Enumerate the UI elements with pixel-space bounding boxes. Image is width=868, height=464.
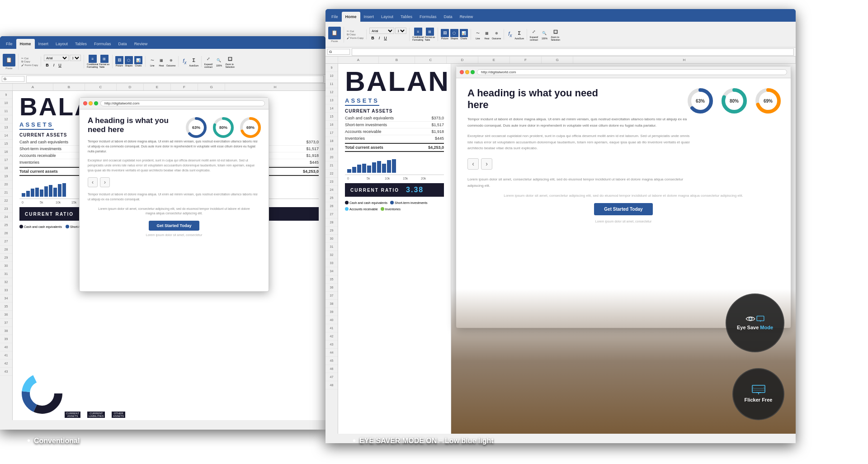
right-tab-review[interactable]: Review [456,12,477,22]
italic-btn[interactable]: I [52,62,56,68]
left-browser-titlebar: http://digitalworld.com [80,98,269,109]
left-browser-text1: Tempor incidunt ut labore et dolore magn… [88,139,260,154]
right-footer-text: Lorem ipsum dolor sit amet, consectetur … [467,193,779,199]
line-btn[interactable]: 〜 Line [148,56,156,67]
right-tab-insert[interactable]: Insert [360,12,378,22]
conditional-formatting-btn[interactable]: ≡ ConditionalFormatting [87,55,98,68]
right-italic-btn[interactable]: I [377,35,382,41]
right-font-group: Arial 11 B I U [369,28,410,41]
svg-rect-2 [31,189,34,197]
cut-btn[interactable]: ✂ Cut [21,57,38,60]
right-col-headers: A B C D E F G H [326,57,796,64]
font-size-select[interactable]: 11 [70,55,81,61]
font-family-select[interactable]: Arial [44,55,69,61]
tab-insert[interactable]: Insert [35,39,52,49]
right-tab-file[interactable]: File [328,12,342,22]
right-charts-btn[interactable]: 📊 Charts [460,29,468,40]
right-next-arrow[interactable]: › [481,158,492,170]
right-shapes-btn[interactable]: ⬡ Shapes [450,29,458,40]
tab-formulas[interactable]: Formulas [90,39,115,49]
right-name-box[interactable]: G [327,49,350,55]
zoom-percent[interactable]: 🔍 100% [215,56,223,67]
right-bold-btn[interactable]: B [369,35,376,41]
tab-tables[interactable]: Tables [71,39,90,49]
heat-btn[interactable]: ▦ Heat [157,56,165,67]
picture-btn[interactable]: 🖼 Picture [115,56,123,67]
svg-rect-26 [382,164,386,173]
left-col-headers: A B C D E F G H [0,84,326,91]
right-expand-btn[interactable]: ⤢ Expand/contract [530,28,538,41]
paste-btn[interactable]: 📋 [3,54,15,66]
right-current-assets-heading: CURRENT ASSETS [345,109,444,114]
left-cta-button[interactable]: Get Started Today [149,221,200,231]
tab-file[interactable]: File [2,39,16,49]
right-sheet-area: 9 10 11 12 13 14 15 16 17 18 19 20 21 22… [326,64,796,434]
monitor-left: File Home Insert Layout Tables Formulas … [0,36,326,430]
right-heat-btn[interactable]: ▦ Heat [483,29,491,40]
right-format-painter-btn[interactable]: 🖌 Form Copy [347,37,363,39]
right-asset-row-total: Total current assets$4,253,0 [345,143,444,152]
left-formula-input[interactable] [26,76,324,83]
sum-btn[interactable]: Σ AutoSum [189,56,202,67]
right-browser-titlebar: http://digitalworld.com [456,66,791,78]
left-browser-address[interactable]: http://digitalworld.com [100,100,265,106]
tab-home[interactable]: Home [16,39,35,49]
tab-layout[interactable]: Layout [52,39,71,49]
right-function-group: 〜 Line ▦ Heat ⊕ Outcome [474,29,504,40]
left-next-arrow[interactable]: › [100,177,110,187]
right-underline-btn[interactable]: U [382,35,388,41]
right-cut-btn[interactable]: ✂ Cut [347,29,363,33]
right-font-family-select[interactable]: Arial [369,28,394,34]
right-paste-group: 📋 Paste [328,27,344,43]
left-ribbon: File Home Insert Layout Tables Formulas … [0,36,326,75]
right-asset-row-cash: Cash and cash equivalents$373,0 [345,115,444,122]
tab-data[interactable]: Data [115,39,131,49]
right-formula-bar: G [326,47,796,57]
left-donut-1: 63% [185,116,208,139]
right-ribbon-tabs: File Home Insert Layout Tables Formulas … [326,9,796,22]
right-bar-chart: 0 5k 10k 15k 20k [345,155,444,175]
left-name-box[interactable]: G [2,76,24,82]
copy-btn[interactable]: ⧉ Copy [21,60,38,63]
outcome-btn[interactable]: ⊕ Outcome [166,56,175,67]
left-browser-body: 63% 80% 69% [80,109,269,243]
right-zoom-selection-btn[interactable]: 🔲 Zoom toSelection [551,28,560,41]
zoom-selection-btn[interactable]: 🔲 Zoom toSelection [225,55,235,68]
right-tab-data[interactable]: Data [440,12,456,22]
charts-btn[interactable]: 📊 Charts [134,56,142,67]
underline-btn[interactable]: U [57,62,63,68]
right-outcome-btn[interactable]: ⊕ Outcome [492,29,501,40]
right-browser-address[interactable]: http://digitalworld.com [477,69,787,75]
right-picture-btn[interactable]: 🖼 Picture [441,29,449,40]
right-tab-layout[interactable]: Layout [377,12,397,22]
right-paste-btn[interactable]: 📋 [328,27,341,39]
right-cta-button[interactable]: Get Started Today [594,203,652,215]
expand-btn[interactable]: ⤢ Expand/contract [204,55,212,68]
right-formula-input[interactable] [352,48,794,56]
svg-rect-22 [362,164,366,173]
left-browser-text2: Excepteur sint occaecat cupidatat non pr… [88,158,260,173]
left-chart-labels: CURRENTASSETS CURRENTLIABILITIES OTHERAS… [65,412,125,418]
left-prev-arrow[interactable]: ‹ [88,177,98,187]
right-zoom-percent[interactable]: 🔍 100% [540,29,548,40]
right-tab-home[interactable]: Home [342,12,360,22]
left-row-numbers: 9 10 11 12 13 14 15 16 17 18 19 20 21 22… [0,91,13,420]
format-painter-btn[interactable]: 🖌 Form Copy [21,64,38,66]
function-group: 〜 Line ▦ Heat ⊕ Outcome [148,56,179,67]
right-sum-btn[interactable]: Σ AutoSum [515,29,528,40]
right-copy-btn[interactable]: ⧉ Copy [347,33,363,36]
format-table-btn[interactable]: ⊞ Format asTable [99,55,109,68]
shapes-btn[interactable]: ⬡ Shapes [125,56,133,67]
left-browser-controls [83,101,98,105]
right-prev-arrow[interactable]: ‹ [467,158,479,170]
bold-btn[interactable]: B [44,62,51,68]
right-tab-tables[interactable]: Tables [397,12,416,22]
right-line-btn[interactable]: 〜 Line [474,29,482,40]
right-conditional-formatting-btn[interactable]: ≡ ConditionalFormatting [412,28,424,41]
conventional-label: Conventional [34,437,80,445]
right-tab-formulas[interactable]: Formulas [416,12,440,22]
right-format-table-btn[interactable]: ⊞ Format asTable [425,28,435,41]
tab-review[interactable]: Review [131,39,151,49]
right-font-size-select[interactable]: 11 [395,28,406,34]
svg-rect-4 [40,189,43,197]
